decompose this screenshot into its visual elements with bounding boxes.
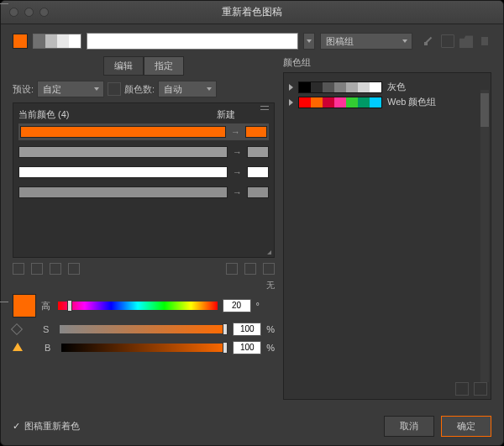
- random-color-icon[interactable]: [244, 263, 256, 275]
- color-groups-panel: 灰色 Web 颜色组: [283, 72, 491, 400]
- bri-value[interactable]: 100: [233, 341, 261, 354]
- color-bar[interactable]: [33, 34, 81, 49]
- ok-button[interactable]: 确定: [441, 416, 491, 437]
- preset-label: 预设:: [13, 83, 34, 96]
- group-name: Web 颜色组: [387, 96, 436, 108]
- random-sat-icon[interactable]: [263, 263, 275, 275]
- none-label: 无: [13, 280, 275, 291]
- current-colors-label: 当前颜色 (4): [18, 108, 70, 121]
- zoom-icon[interactable]: [39, 8, 49, 17]
- titlebar[interactable]: 重新着色图稿: [1, 1, 503, 24]
- artwork-group-select[interactable]: 图稿组: [320, 33, 412, 50]
- artwork-group-value: 图稿组: [326, 35, 354, 48]
- merge-icon[interactable]: [13, 263, 24, 275]
- expand-icon[interactable]: [289, 84, 293, 91]
- close-icon[interactable]: [9, 8, 18, 17]
- h-label: 高: [41, 300, 53, 312]
- save-group-icon[interactable]: [441, 34, 454, 48]
- active-color-swatch[interactable]: [13, 34, 28, 49]
- preset-options-icon[interactable]: [108, 82, 121, 96]
- cancel-button[interactable]: 取消: [384, 416, 434, 437]
- cube-icon[interactable]: [11, 323, 23, 335]
- bri-unit: %: [266, 343, 275, 353]
- sat-slider[interactable]: [60, 325, 228, 333]
- recolor-artwork-dialog: 重新着色图稿 图稿组 编辑 指定: [0, 0, 504, 446]
- scrollbar[interactable]: [480, 90, 489, 382]
- tab-assign[interactable]: 指定: [144, 56, 184, 76]
- colors-box: 当前颜色 (4) 新建 → → → →: [13, 102, 275, 258]
- top-row: 图稿组: [13, 33, 491, 50]
- check-icon: ✓: [13, 421, 20, 432]
- group-name: 灰色: [387, 81, 406, 93]
- color-group-item[interactable]: Web 颜色组: [289, 96, 486, 108]
- color-row[interactable]: →: [18, 144, 269, 160]
- hsb-menu-icon[interactable]: [265, 302, 275, 310]
- window-controls: [9, 8, 49, 17]
- tab-edit[interactable]: 编辑: [103, 56, 144, 76]
- b-label: B: [45, 343, 56, 353]
- color-count-select[interactable]: 自动: [158, 81, 217, 97]
- new-row-icon[interactable]: [68, 263, 80, 275]
- exclude-icon[interactable]: [50, 263, 61, 275]
- folder-icon[interactable]: [459, 34, 473, 48]
- bri-slider[interactable]: [61, 344, 228, 352]
- hue-value[interactable]: 20: [223, 299, 251, 312]
- name-dropdown[interactable]: [303, 33, 315, 50]
- name-field[interactable]: [87, 33, 298, 50]
- hue-slider[interactable]: [58, 302, 218, 310]
- arrow-icon: →: [233, 187, 242, 197]
- s-label: S: [43, 324, 55, 334]
- flyout-menu-icon[interactable]: [260, 106, 270, 114]
- warn-icon[interactable]: [13, 343, 23, 353]
- arrow-icon: →: [233, 167, 242, 177]
- color-row[interactable]: →: [18, 164, 269, 181]
- hsb-swatch[interactable]: [13, 294, 36, 317]
- eyedropper-icon[interactable]: [423, 34, 436, 48]
- delete-group-icon[interactable]: [474, 382, 487, 396]
- new-colors-label: 新建: [217, 108, 235, 121]
- preset-select[interactable]: 自定: [37, 81, 104, 97]
- new-group-icon[interactable]: [455, 382, 469, 396]
- color-group-item[interactable]: 灰色: [289, 81, 486, 93]
- recolor-artwork-checkbox[interactable]: ✓ 图稿重新着色: [13, 420, 80, 433]
- trash-icon[interactable]: [478, 34, 491, 48]
- color-row[interactable]: →: [18, 123, 269, 140]
- hue-unit: °: [256, 301, 260, 311]
- color-count-label: 颜色数:: [124, 83, 155, 96]
- color-row[interactable]: →: [18, 184, 269, 201]
- arrow-icon: →: [231, 127, 240, 137]
- mode-tabs: 编辑 指定: [13, 56, 275, 76]
- sat-unit: %: [266, 324, 275, 334]
- color-groups-title: 颜色组: [283, 56, 491, 69]
- recolor-label: 图稿重新着色: [24, 420, 80, 433]
- split-icon[interactable]: [31, 263, 43, 275]
- window-title: 重新着色图稿: [1, 5, 503, 19]
- minimize-icon[interactable]: [24, 8, 34, 17]
- find-icon[interactable]: [226, 263, 238, 275]
- sat-value[interactable]: 100: [233, 323, 261, 336]
- resize-icon[interactable]: [267, 246, 271, 254]
- expand-icon[interactable]: [289, 99, 293, 106]
- arrow-icon: →: [233, 147, 242, 157]
